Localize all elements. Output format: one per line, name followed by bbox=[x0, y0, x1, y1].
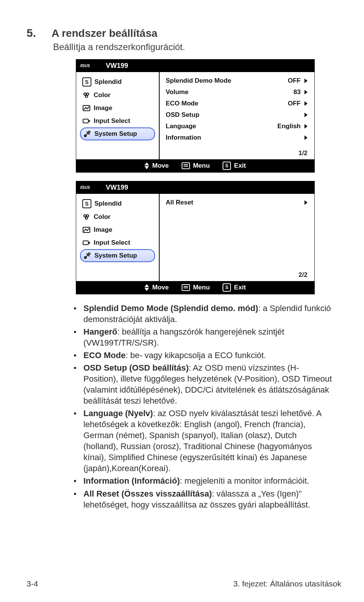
osd-menu-label: Input Select bbox=[94, 117, 130, 125]
osd-footer-menu: Menu bbox=[182, 283, 210, 292]
osd-setting-value: OFF bbox=[288, 100, 301, 107]
menu-icon bbox=[182, 284, 190, 291]
osd-footer-menu: Menu bbox=[182, 162, 210, 170]
osd-menu-item-system-setup[interactable]: System Setup bbox=[80, 249, 155, 262]
svg-text:/ISUS: /ISUS bbox=[80, 185, 90, 190]
osd-menu-label: Splendid bbox=[94, 78, 122, 86]
list-item-term: Hangerő bbox=[83, 327, 117, 336]
osd-menu-label: Color bbox=[94, 213, 110, 221]
osd-setting-label: Splendid Demo Mode bbox=[166, 77, 231, 85]
s-button-icon: S bbox=[223, 162, 231, 170]
osd-menu-label: Image bbox=[94, 104, 112, 112]
osd-setting-row[interactable]: All Reset bbox=[166, 197, 308, 208]
osd-panel-2: /ISUS VW199 S Splendid Color Im bbox=[76, 181, 315, 294]
osd-panel-1: /ISUS VW199 S Splendid Color Im bbox=[76, 59, 315, 173]
osd-page-indicator: 1/2 bbox=[298, 149, 308, 157]
osd-footer-label: Exit bbox=[234, 284, 246, 291]
osd-setting-label: Information bbox=[166, 134, 201, 141]
chevron-right-icon bbox=[304, 90, 308, 94]
list-item-term: ECO Mode bbox=[83, 351, 126, 360]
osd-menu-item-color[interactable]: Color bbox=[80, 211, 155, 223]
osd-footer-label: Move bbox=[152, 162, 168, 170]
osd-setting-row[interactable]: OSD Setup bbox=[166, 109, 308, 121]
list-item: Hangerő: beállítja a hangszórók hangerej… bbox=[72, 326, 334, 348]
input-icon bbox=[82, 239, 91, 247]
s-button-icon: S bbox=[223, 283, 231, 292]
svg-point-15 bbox=[88, 253, 90, 255]
osd-menu-label: System Setup bbox=[94, 130, 137, 138]
osd-menu-label: System Setup bbox=[94, 252, 137, 259]
list-item: ECO Mode: be- vagy kikapcsolja a ECO fun… bbox=[72, 350, 334, 361]
tools-icon bbox=[83, 130, 91, 138]
osd-footer-move: Move bbox=[144, 283, 168, 292]
menu-icon bbox=[182, 162, 190, 169]
osd-menu-item-system-setup[interactable]: System Setup bbox=[80, 127, 155, 140]
s-box-icon: S bbox=[82, 77, 91, 86]
osd-setting-row[interactable]: Information bbox=[166, 132, 308, 143]
osd-menu-item-splendid[interactable]: S Splendid bbox=[80, 75, 155, 89]
osd-footer: Move Menu S Exit bbox=[76, 159, 314, 172]
osd-setting-row[interactable]: Splendid Demo Mode OFF bbox=[166, 75, 308, 86]
osd-footer-label: Menu bbox=[193, 162, 210, 170]
list-item-text: : az OSD nyelv kiválasztását teszi lehet… bbox=[83, 409, 321, 473]
section-number: 5. bbox=[27, 27, 44, 39]
palette-icon bbox=[82, 91, 91, 99]
image-icon bbox=[82, 226, 91, 234]
osd-setting-row[interactable]: ECO Mode OFF bbox=[166, 98, 308, 109]
osd-model: VW199 bbox=[106, 62, 128, 70]
osd-footer-label: Exit bbox=[234, 162, 246, 170]
osd-menu-item-splendid[interactable]: S Splendid bbox=[80, 197, 155, 211]
list-item-term: Information (Információ) bbox=[83, 476, 180, 486]
svg-rect-5 bbox=[83, 119, 88, 123]
osd-setting-label: Volume bbox=[166, 88, 188, 96]
osd-menu-label: Image bbox=[94, 226, 112, 234]
svg-point-7 bbox=[88, 131, 90, 133]
palette-icon bbox=[82, 213, 91, 221]
osd-footer-label: Menu bbox=[193, 284, 210, 291]
page-footer: 3-4 3. fejezet: Általános utasítások bbox=[27, 579, 341, 588]
osd-menu-item-image[interactable]: Image bbox=[80, 223, 155, 236]
svg-point-1 bbox=[84, 93, 86, 95]
osd-menu-item-input-select[interactable]: Input Select bbox=[80, 236, 155, 249]
svg-rect-13 bbox=[83, 241, 88, 245]
description-list: Splendid Demo Mode (Splendid demo. mód):… bbox=[57, 303, 334, 510]
chevron-right-icon bbox=[304, 200, 308, 205]
osd-setting-label: All Reset bbox=[166, 199, 193, 206]
svg-point-10 bbox=[86, 215, 89, 217]
osd-titlebar: /ISUS VW199 bbox=[76, 181, 314, 194]
list-item: Information (Információ): megjeleníti a … bbox=[72, 475, 334, 486]
osd-menu-label: Input Select bbox=[94, 239, 130, 247]
osd-setting-row[interactable]: Volume 83 bbox=[166, 86, 308, 98]
svg-point-9 bbox=[84, 215, 86, 217]
osd-menu-item-image[interactable]: Image bbox=[80, 102, 155, 115]
osd-right-settings: Splendid Demo Mode OFF Volume 83 ECO Mod… bbox=[160, 72, 314, 159]
section-title: A rendszer beállítása bbox=[52, 27, 157, 39]
list-item-text: : megjeleníti a monitor információit. bbox=[180, 476, 309, 486]
svg-point-2 bbox=[86, 93, 89, 95]
updown-arrows-icon bbox=[144, 162, 149, 169]
asus-logo-icon: /ISUS bbox=[80, 63, 103, 69]
chevron-right-icon bbox=[304, 124, 308, 129]
osd-footer-move: Move bbox=[144, 162, 168, 170]
section-subtitle: Beállítja a rendszerkonfigurációt. bbox=[53, 42, 341, 52]
list-item: OSD Setup (OSD beállítás): Az OSD menü v… bbox=[72, 362, 334, 406]
osd-menu-label: Color bbox=[94, 91, 110, 99]
osd-setting-value: OFF bbox=[288, 77, 301, 85]
osd-model: VW199 bbox=[106, 184, 128, 192]
tools-icon bbox=[83, 251, 91, 260]
list-item-term: Language (Nyelv) bbox=[83, 409, 153, 418]
osd-left-menu: S Splendid Color Image Input Select bbox=[76, 194, 160, 281]
chapter-title: 3. fejezet: Általános utasítások bbox=[233, 579, 341, 588]
list-item: Splendid Demo Mode (Splendid demo. mód):… bbox=[72, 303, 334, 325]
list-item-term: All Reset (Összes visszaállítása) bbox=[83, 489, 212, 498]
chevron-right-icon bbox=[304, 135, 308, 140]
svg-point-11 bbox=[85, 217, 88, 219]
osd-left-menu: S Splendid Color Image Input Select bbox=[76, 72, 160, 159]
osd-setting-row[interactable]: Language English bbox=[166, 121, 308, 132]
svg-text:/ISUS: /ISUS bbox=[80, 64, 90, 68]
osd-menu-item-color[interactable]: Color bbox=[80, 89, 155, 102]
asus-logo-icon: /ISUS bbox=[80, 185, 103, 190]
osd-menu-label: Splendid bbox=[94, 200, 122, 207]
osd-menu-item-input-select[interactable]: Input Select bbox=[80, 115, 155, 127]
osd-setting-label: ECO Mode bbox=[166, 100, 198, 107]
